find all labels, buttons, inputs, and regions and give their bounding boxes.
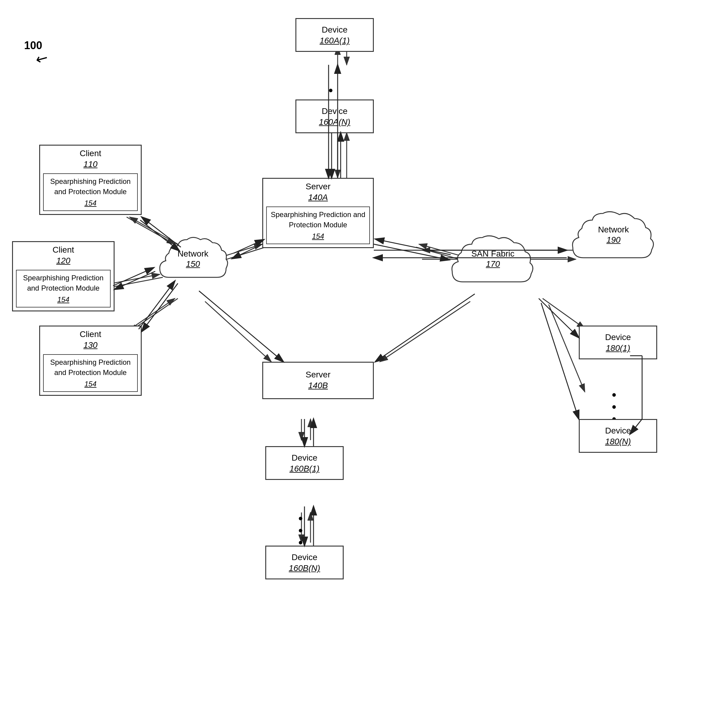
- client120-module-id: 154: [18, 295, 108, 305]
- client110-module-id: 154: [46, 198, 135, 208]
- client130-id: 130: [40, 340, 141, 352]
- server140B-label: Server: [263, 367, 373, 381]
- device-160A1: Device 160A(1): [295, 18, 374, 52]
- san-fabric-170: SAN Fabric 170: [446, 229, 540, 297]
- server140A-label: Server: [263, 179, 373, 193]
- server140A-module-id: 154: [269, 231, 367, 242]
- client110-module-label: Spearphishing Prediction and Protection …: [46, 176, 135, 197]
- svg-line-35: [374, 244, 449, 260]
- client-110: Client 110 Spearphishing Prediction and …: [39, 145, 142, 215]
- device1801-label: Device: [580, 329, 656, 343]
- device160AN-label: Device: [296, 103, 373, 117]
- server140A-id: 140A: [263, 193, 373, 205]
- server140A-module-label: Spearphishing Prediction and Protection …: [269, 210, 367, 230]
- client130-module-label: Spearphishing Prediction and Protection …: [46, 357, 135, 378]
- client110-module: Spearphishing Prediction and Protection …: [43, 173, 138, 211]
- svg-line-43: [142, 283, 178, 332]
- figure-label: 100: [24, 39, 42, 52]
- san170-label: SAN Fabric: [446, 248, 540, 259]
- device180N-label: Device: [580, 423, 656, 437]
- device-160B1: Device 160B(1): [265, 446, 344, 480]
- device1801-id: 180(1): [580, 343, 656, 355]
- client130-label: Client: [40, 326, 141, 340]
- device180N-id: 180(N): [580, 437, 656, 449]
- svg-line-20: [380, 301, 470, 362]
- server-140B: Server 140B: [262, 362, 374, 399]
- client120-module: Spearphishing Prediction and Protection …: [16, 270, 111, 307]
- device160BN-id: 160B(N): [266, 563, 343, 575]
- svg-line-41: [115, 271, 155, 289]
- device160A1-id: 160A(1): [296, 36, 373, 48]
- svg-line-25: [543, 298, 585, 329]
- svg-line-51: [539, 298, 579, 338]
- device-160BN: Device 160B(N): [265, 546, 344, 580]
- svg-line-45: [199, 291, 283, 362]
- svg-line-36: [375, 239, 451, 255]
- network190-label: Network: [567, 224, 660, 235]
- client110-id: 110: [40, 159, 141, 171]
- network190-id: 190: [567, 235, 660, 245]
- client120-id: 120: [13, 256, 114, 268]
- network150-id: 150: [154, 259, 232, 269]
- device160AN-id: 160A(N): [296, 117, 373, 129]
- client130-module: Spearphishing Prediction and Protection …: [43, 354, 138, 392]
- svg-line-46: [375, 294, 475, 362]
- device160B1-label: Device: [266, 450, 343, 464]
- server140A-module: Spearphishing Prediction and Protection …: [266, 206, 370, 244]
- dots-160B: •••: [298, 512, 303, 549]
- san170-id: 170: [446, 259, 540, 269]
- svg-line-19: [205, 301, 271, 362]
- device-1801: Device 180(1): [579, 326, 657, 359]
- device-160AN: Device 160A(N): [295, 99, 374, 133]
- device160A1-label: Device: [296, 22, 373, 36]
- svg-line-34: [234, 240, 264, 253]
- server140B-id: 140B: [263, 381, 373, 393]
- network150-label: Network: [154, 248, 232, 259]
- svg-line-52: [541, 303, 579, 419]
- svg-line-42: [113, 268, 154, 286]
- device160B1-id: 160B(1): [266, 464, 343, 476]
- client110-label: Client: [40, 145, 141, 159]
- network-150: Network 150: [154, 229, 232, 291]
- client-130: Client 130 Spearphishing Prediction and …: [39, 326, 142, 396]
- device160BN-label: Device: [266, 549, 343, 563]
- network-190: Network 190: [567, 205, 660, 272]
- client130-module-id: 154: [46, 379, 135, 389]
- server-140A: Server 140A Spearphishing Prediction and…: [262, 178, 374, 248]
- client-120: Client 120 Spearphishing Prediction and …: [12, 241, 115, 311]
- device-180N: Device 180(N): [579, 419, 657, 453]
- client120-label: Client: [13, 242, 114, 256]
- client120-module-label: Spearphishing Prediction and Protection …: [18, 273, 108, 293]
- svg-line-33: [232, 244, 262, 258]
